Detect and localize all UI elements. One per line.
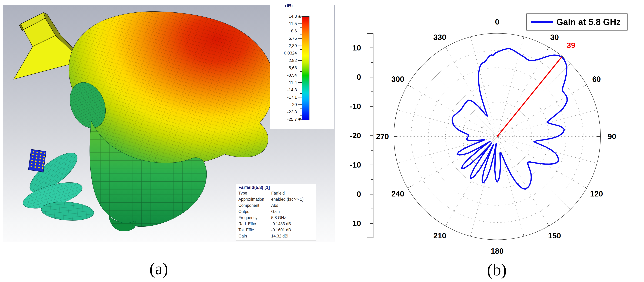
db-axis-label: 10 — [352, 219, 361, 228]
legend-label: Gain at 5.8 GHz — [556, 17, 621, 27]
polar-angle-label: 210 — [433, 231, 446, 240]
polar-frame-tick — [595, 163, 597, 163]
db-axis-label: 10 — [352, 43, 361, 52]
gain-curve — [452, 48, 567, 189]
polar-angle-label: 60 — [592, 75, 601, 84]
polar-frame-tick — [523, 234, 524, 236]
legend-line-sample — [531, 21, 553, 23]
polar-frame-tick — [523, 37, 524, 39]
polar-spoke — [499, 138, 570, 210]
polar-angle-label: 90 — [608, 132, 616, 141]
polar-frame-tick — [446, 47, 447, 50]
polar-spoke — [397, 110, 495, 136]
polar-spoke — [500, 137, 597, 163]
polar-spoke — [499, 64, 570, 135]
polar-frame-tick — [584, 85, 587, 87]
caption-b: (b) — [487, 260, 507, 279]
db-axis-label: -20 — [350, 131, 361, 140]
polar-frame-tick — [446, 223, 447, 226]
polar-angle-label: 240 — [392, 190, 404, 198]
polar-frame-tick — [424, 64, 426, 65]
polar-frame-tick — [408, 187, 411, 188]
polar-angle-label: 300 — [392, 75, 404, 84]
polar-frame-tick — [470, 234, 471, 236]
polar-angle-label: 330 — [433, 33, 446, 42]
polar-frame-tick — [408, 85, 411, 87]
polar-angle-label: 120 — [590, 190, 603, 198]
polar-frame-tick — [595, 110, 597, 110]
db-axis-label: -10 — [350, 102, 361, 111]
polar-angle-label: 0 — [495, 17, 499, 26]
polar-frame-tick — [397, 110, 400, 110]
legend-box: Gain at 5.8 GHz — [526, 13, 628, 30]
polar-frame-tick — [547, 47, 549, 50]
polar-frame-tick — [424, 208, 426, 210]
polar-plot — [0, 0, 644, 282]
peak-angle-label: 39 — [567, 41, 576, 50]
polar-frame-tick — [397, 163, 400, 163]
db-axis-label: 0 — [357, 190, 361, 199]
polar-frame-tick — [547, 223, 549, 226]
polar-angle-label: 150 — [548, 231, 561, 240]
db-axis-label: -10 — [350, 161, 361, 169]
polar-spoke — [424, 64, 496, 135]
polar-frame-tick — [470, 37, 471, 39]
polar-frame-tick — [568, 64, 570, 65]
polar-spoke — [424, 138, 496, 210]
polar-angle-label: 180 — [491, 247, 504, 256]
polar-spoke — [470, 37, 497, 134]
polar-angle-label: 270 — [376, 132, 389, 141]
db-axis-label: 0 — [357, 73, 361, 81]
polar-frame-tick — [568, 208, 570, 210]
caption-a: (a) — [150, 259, 168, 278]
polar-angle-label: 30 — [550, 33, 559, 42]
polar-frame-tick — [584, 187, 587, 188]
